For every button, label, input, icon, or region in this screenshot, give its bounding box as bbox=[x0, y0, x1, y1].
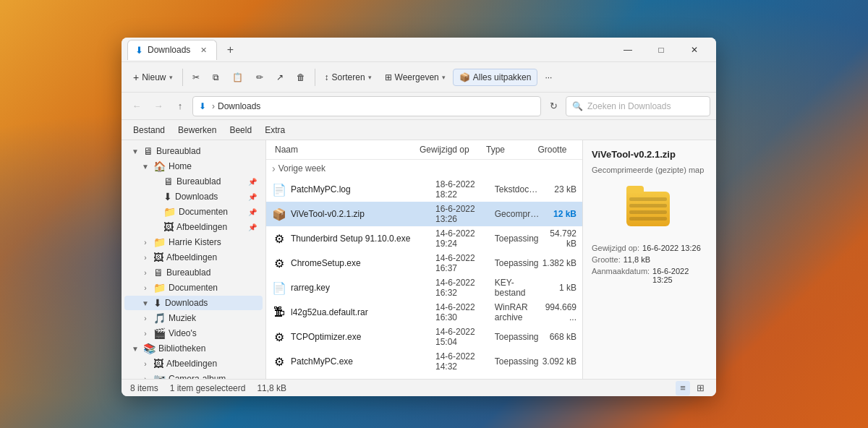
size-label: Grootte: bbox=[592, 255, 621, 264]
images-icon: 🖼 bbox=[163, 221, 174, 233]
file-size: 668 kB bbox=[540, 332, 576, 342]
file-row[interactable]: 📦 ViVeTool-v0.2.1.zip 16-6-2022 13:26 Ge… bbox=[266, 202, 582, 226]
sidebar-label: Bureaublad bbox=[156, 146, 200, 156]
forward-button[interactable]: → bbox=[149, 97, 168, 116]
size-value: 11,8 kB bbox=[624, 255, 650, 264]
sidebar-item-camera[interactable]: › 📷 Camera-album bbox=[124, 372, 263, 379]
paste-button[interactable]: 📋 bbox=[226, 69, 249, 85]
expand-icon: ▼ bbox=[130, 147, 140, 155]
file-row[interactable]: 📄 PatchMyPC.log 18-6-2022 18:22 Tekstdoc… bbox=[266, 177, 582, 202]
sidebar-item-home[interactable]: ▼ 🏠 Home bbox=[124, 159, 263, 174]
delete-button[interactable]: 🗑 bbox=[291, 69, 311, 85]
file-type: Toepassing bbox=[495, 258, 540, 268]
delete-icon: 🗑 bbox=[297, 72, 305, 82]
path-folder: Downloads bbox=[218, 101, 260, 111]
file-type: Gecomprimee... bbox=[495, 209, 540, 219]
cut-button[interactable]: ✂ bbox=[187, 69, 205, 85]
video-icon: 🎬 bbox=[153, 328, 166, 339]
more-icon: ··· bbox=[545, 72, 552, 82]
path-bar[interactable]: ⬇ › Downloads bbox=[192, 96, 541, 116]
sidebar-item-muziek[interactable]: › 🎵 Muziek bbox=[124, 311, 263, 325]
file-explorer-window: ⬇ Downloads ✕ + — □ ✕ + Nieuw ▾ ✂ ⧉ 📋 bbox=[122, 38, 716, 396]
documents-icon: 📁 bbox=[153, 282, 166, 294]
sidebar-item-bibliotheken[interactable]: ▼ 📚 Bibliotheken bbox=[124, 341, 263, 356]
new-label: Nieuw bbox=[142, 72, 166, 82]
sidebar-item-downloads2[interactable]: ▼ ⬇ Downloads bbox=[124, 296, 263, 310]
sidebar-item-bureaublad[interactable]: › 🖥 Bureaublad 📌 bbox=[124, 174, 263, 189]
detail-created-row: Aanmaakdatum: 16-6-2022 13:25 bbox=[592, 267, 707, 284]
created-value: 16-6-2022 13:25 bbox=[652, 267, 707, 284]
toolbar: + Nieuw ▾ ✂ ⧉ 📋 ✏ ↗ 🗑 ↕ Sorteren ▾ ⊞ bbox=[122, 62, 716, 93]
sidebar-item-documenten2[interactable]: › 📁 Documenten bbox=[124, 281, 263, 295]
file-row[interactable]: 📄 rarreg.key 14-6-2022 16:32 KEY-bestand… bbox=[266, 275, 582, 300]
expand-icon: ▼ bbox=[140, 163, 150, 171]
extract-button[interactable]: 📦 Alles uitpakken bbox=[453, 69, 538, 86]
file-row[interactable]: ⚙ TCPOptimizer.exe 14-6-2022 15:04 Toepa… bbox=[266, 325, 582, 349]
file-row[interactable]: 🗜 l42g52ua.default.rar 14-6-2022 16:30 W… bbox=[266, 300, 582, 325]
sidebar-item-bureaublad2[interactable]: › 🖥 Bureaublad bbox=[124, 265, 263, 280]
cut-icon: ✂ bbox=[192, 72, 200, 82]
copy-button[interactable]: ⧉ bbox=[207, 69, 225, 85]
list-view-button[interactable]: ≡ bbox=[676, 381, 690, 395]
sidebar-item-afbeeldingen[interactable]: › 🖼 Afbeeldingen 📌 bbox=[124, 220, 263, 234]
sidebar-item-documenten[interactable]: › 📁 Documenten 📌 bbox=[124, 205, 263, 219]
maximize-button[interactable]: □ bbox=[645, 38, 677, 61]
sidebar-label: Bureaublad bbox=[176, 176, 221, 187]
file-row[interactable]: ⚙ PatchMyPC.exe 14-6-2022 14:32 Toepassi… bbox=[266, 349, 582, 374]
menu-bestand[interactable]: Bestand bbox=[127, 122, 171, 138]
minimize-button[interactable]: — bbox=[612, 38, 644, 61]
menu-beeld[interactable]: Beeld bbox=[224, 122, 258, 138]
folder-icon: 🖥 bbox=[153, 267, 163, 278]
sidebar-item-afbeeldingen3[interactable]: › 🖼 Afbeeldingen bbox=[124, 356, 263, 371]
col-name-header[interactable]: Naam bbox=[272, 143, 417, 156]
file-size: 23 kB bbox=[540, 184, 576, 194]
menu-bewerken[interactable]: Bewerken bbox=[172, 122, 222, 138]
sidebar-item-afbeeldingen2[interactable]: › 🖼 Afbeeldingen bbox=[124, 250, 263, 265]
home-icon: 🏠 bbox=[153, 160, 166, 172]
view-label: Weergeven bbox=[395, 72, 439, 82]
menu-extra[interactable]: Extra bbox=[259, 122, 291, 138]
new-button[interactable]: + Nieuw ▾ bbox=[127, 69, 179, 86]
file-row[interactable]: ⚙ ChromeSetup.exe 14-6-2022 16:37 Toepas… bbox=[266, 251, 582, 275]
up-button[interactable]: ↑ bbox=[171, 97, 190, 116]
images-icon: 🖼 bbox=[153, 358, 163, 369]
col-type-header[interactable]: Type bbox=[483, 143, 535, 156]
col-modified-header[interactable]: Gewijzigd op bbox=[417, 143, 483, 156]
file-row[interactable]: ⚙ Thunderbird Setup 91.10.0.exe 14-6-202… bbox=[266, 226, 582, 251]
file-name: Thunderbird Setup 91.10.0.exe bbox=[291, 234, 435, 244]
back-button[interactable]: ← bbox=[127, 97, 146, 116]
rename-icon: ✏ bbox=[256, 72, 263, 82]
view-button[interactable]: ⊞ Weergeven ▾ bbox=[379, 69, 451, 85]
pin-icon: 📌 bbox=[248, 223, 257, 231]
share-button[interactable]: ↗ bbox=[271, 69, 289, 85]
downloads-tab[interactable]: ⬇ Downloads ✕ bbox=[127, 40, 217, 60]
sidebar-item-harrie[interactable]: › 📁 Harrie Kisters bbox=[124, 235, 263, 249]
more-button[interactable]: ··· bbox=[539, 69, 558, 85]
sort-button[interactable]: ↕ Sorteren ▾ bbox=[319, 69, 378, 85]
rename-button[interactable]: ✏ bbox=[250, 69, 269, 85]
view-chevron-icon: ▾ bbox=[442, 74, 446, 81]
sidebar-item-bureaublad-root[interactable]: ▼ 🖥 Bureaublad bbox=[124, 144, 263, 158]
title-bar: ⬇ Downloads ✕ + — □ ✕ bbox=[122, 38, 716, 62]
sidebar-item-videos[interactable]: › 🎬 Video's bbox=[124, 326, 263, 341]
file-icon: ⚙ bbox=[272, 330, 286, 344]
zip-folder-icon bbox=[626, 186, 673, 232]
preview-icon-area bbox=[592, 180, 707, 238]
refresh-button[interactable]: ↻ bbox=[544, 97, 563, 116]
share-icon: ↗ bbox=[276, 72, 284, 82]
expand-icon: ▼ bbox=[140, 299, 150, 307]
file-modified: 14-6-2022 16:37 bbox=[435, 253, 495, 273]
new-tab-button[interactable]: + bbox=[220, 40, 240, 60]
close-button[interactable]: ✕ bbox=[678, 38, 710, 61]
folder-icon: 🖥 bbox=[143, 145, 153, 157]
search-bar[interactable]: 🔍 Zoeken in Downloads bbox=[566, 96, 710, 116]
col-size-header[interactable]: Grootte bbox=[535, 143, 576, 156]
sidebar-item-downloads[interactable]: › ⬇ Downloads 📌 bbox=[124, 189, 263, 204]
tab-close-button[interactable]: ✕ bbox=[197, 44, 209, 56]
toolbar-divider-1 bbox=[182, 69, 183, 86]
file-type: KEY-bestand bbox=[495, 278, 540, 298]
detail-view-button[interactable]: ⊞ bbox=[693, 381, 707, 395]
file-name: ChromeSetup.exe bbox=[291, 258, 435, 268]
file-size: 54.792 kB bbox=[540, 228, 576, 249]
expand-icon: › bbox=[140, 360, 150, 368]
